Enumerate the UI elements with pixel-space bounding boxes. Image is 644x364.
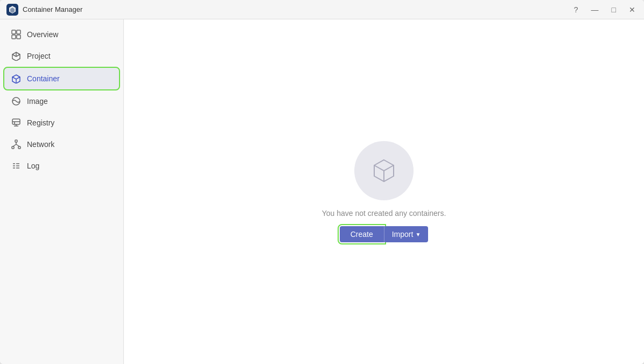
- content-area: You have not created any containers. Cre…: [124, 19, 644, 364]
- network-icon: [11, 139, 22, 150]
- registry-icon: [11, 117, 22, 128]
- container-label: Container: [27, 74, 60, 83]
- empty-icon-container: [354, 141, 414, 200]
- overview-icon: [11, 29, 22, 40]
- import-button[interactable]: Import ▼: [384, 226, 429, 242]
- sidebar-item-project[interactable]: Project: [0, 45, 123, 67]
- svg-line-6: [12, 54, 16, 57]
- svg-rect-1: [12, 30, 16, 34]
- image-label: Image: [27, 97, 48, 106]
- container-icon: [11, 73, 22, 84]
- svg-rect-18: [18, 146, 20, 149]
- project-icon: [11, 51, 22, 61]
- sidebar-item-image[interactable]: Image: [0, 90, 123, 112]
- svg-line-21: [16, 144, 19, 146]
- svg-rect-16: [15, 140, 17, 142]
- sidebar-item-registry[interactable]: Registry: [0, 112, 123, 134]
- import-chevron-icon: ▼: [415, 232, 421, 237]
- sidebar-item-network[interactable]: Network: [0, 134, 123, 155]
- empty-state: You have not created any containers. Cre…: [322, 141, 446, 242]
- help-button[interactable]: ?: [572, 4, 580, 15]
- empty-message: You have not created any containers.: [322, 209, 446, 218]
- sidebar: Overview Project: [0, 19, 124, 364]
- app-logo: [6, 4, 18, 16]
- svg-line-20: [13, 144, 16, 146]
- svg-rect-17: [12, 146, 14, 149]
- svg-rect-3: [12, 35, 16, 39]
- image-icon: [11, 96, 22, 107]
- overview-label: Overview: [27, 30, 58, 39]
- action-buttons: Create Import ▼: [340, 226, 429, 242]
- main-layout: Overview Project: [0, 19, 644, 364]
- sidebar-item-container[interactable]: Container: [4, 68, 119, 89]
- project-label: Project: [27, 52, 51, 60]
- create-button[interactable]: Create: [340, 226, 384, 242]
- window-controls: ? — □ ✕: [572, 4, 638, 15]
- title-bar: Container Manager ? — □ ✕: [0, 0, 644, 19]
- sidebar-item-overview[interactable]: Overview: [0, 24, 123, 45]
- maximize-button[interactable]: □: [610, 4, 618, 15]
- import-label: Import: [392, 230, 414, 239]
- close-button[interactable]: ✕: [627, 4, 638, 15]
- app-title: Container Manager: [23, 5, 572, 13]
- registry-label: Registry: [27, 118, 54, 127]
- network-label: Network: [27, 140, 54, 149]
- log-icon: [11, 160, 22, 171]
- svg-rect-4: [17, 35, 20, 39]
- app-window: Container Manager ? — □ ✕ Overv: [0, 0, 644, 364]
- minimize-button[interactable]: —: [589, 4, 601, 15]
- log-label: Log: [27, 162, 39, 170]
- svg-line-7: [16, 54, 20, 57]
- sidebar-item-log[interactable]: Log: [0, 155, 123, 177]
- svg-rect-2: [17, 30, 20, 34]
